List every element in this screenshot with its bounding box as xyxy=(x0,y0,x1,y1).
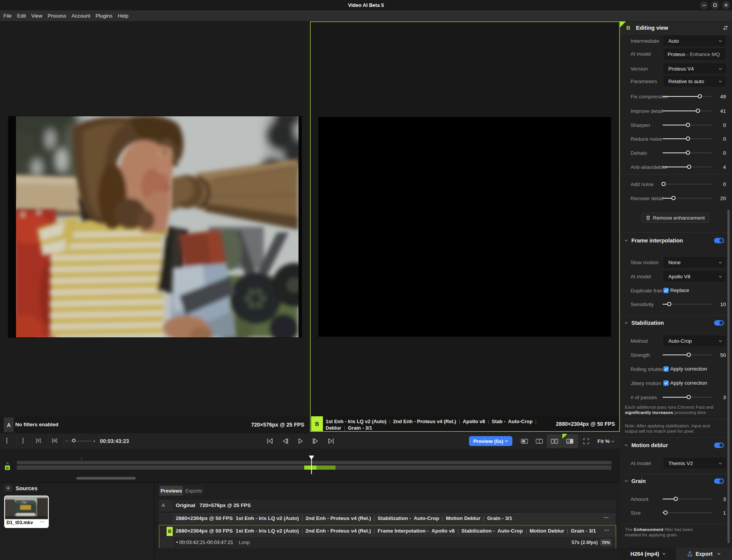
svg-text:A: A xyxy=(567,440,569,443)
svg-text:City: City xyxy=(22,501,27,504)
